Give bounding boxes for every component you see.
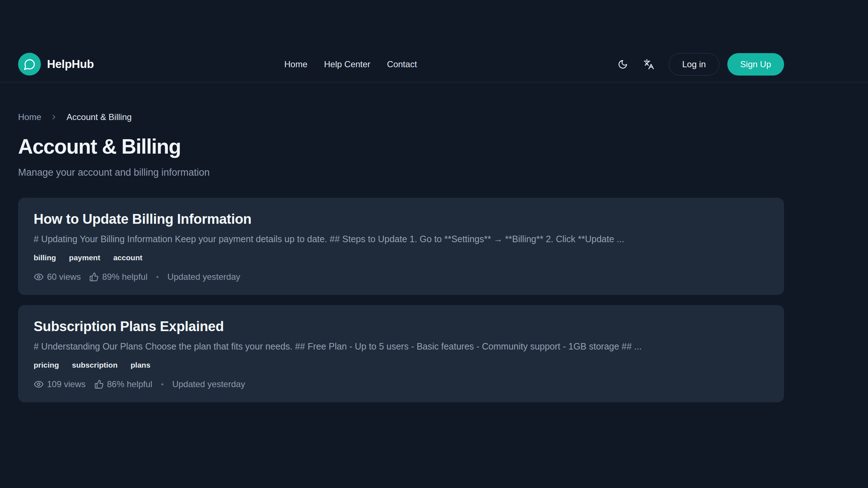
meta-separator: • — [156, 273, 159, 281]
article-meta: 109 views 86% helpful • Updated yesterda… — [34, 379, 769, 389]
tag-badge: pricing — [34, 361, 59, 369]
tag-badge: plans — [131, 361, 150, 369]
main-content: Home Account & Billing Account & Billing… — [18, 112, 784, 402]
tag-badge: subscription — [72, 361, 118, 369]
tag-badge: payment — [69, 253, 100, 262]
article-excerpt: # Updating Your Billing Information Keep… — [34, 234, 769, 244]
brand-name: HelpHub — [47, 57, 94, 71]
nav-link-contact[interactable]: Contact — [387, 59, 417, 69]
breadcrumb-home-link[interactable]: Home — [18, 112, 41, 122]
article-card[interactable]: How to Update Billing Information # Upda… — [18, 198, 784, 295]
thumbs-up-icon — [94, 380, 104, 389]
helpful-stat: 86% helpful — [94, 379, 152, 389]
page-subtitle: Manage your account and billing informat… — [18, 167, 784, 178]
article-meta: 60 views 89% helpful • Updated yesterday — [34, 272, 769, 282]
header-actions: Log in Sign Up — [615, 46, 784, 82]
site-header: HelpHub Home Help Center Contact — [0, 0, 868, 82]
meta-separator: • — [161, 380, 163, 389]
article-card[interactable]: Subscription Plans Explained # Understan… — [18, 305, 784, 402]
languages-icon — [643, 59, 654, 70]
breadcrumb-current: Account & Billing — [67, 112, 132, 122]
chevron-right-icon — [50, 113, 58, 121]
article-excerpt: # Understanding Our Plans Choose the pla… — [34, 341, 769, 352]
page-title: Account & Billing — [18, 134, 784, 158]
tag-badge: account — [113, 253, 142, 262]
views-stat: 60 views — [34, 272, 81, 282]
login-button[interactable]: Log in — [669, 53, 719, 76]
chat-bubble-icon — [18, 53, 41, 76]
language-button[interactable] — [641, 57, 656, 72]
article-tags: pricing subscription plans — [34, 361, 769, 369]
views-count: 60 views — [47, 272, 81, 282]
thumbs-up-icon — [89, 272, 99, 282]
updated-text: Updated yesterday — [167, 272, 240, 282]
views-stat: 109 views — [34, 379, 86, 389]
eye-icon — [34, 379, 44, 389]
theme-toggle-button[interactable] — [615, 57, 630, 72]
helpful-stat: 89% helpful — [89, 272, 147, 282]
updated-text: Updated yesterday — [172, 379, 245, 389]
breadcrumb: Home Account & Billing — [18, 112, 784, 122]
helpful-percent: 86% helpful — [107, 379, 152, 389]
signup-button[interactable]: Sign Up — [727, 53, 784, 76]
nav-link-help-center[interactable]: Help Center — [324, 59, 370, 69]
nav-link-home[interactable]: Home — [284, 59, 307, 69]
views-count: 109 views — [47, 379, 86, 389]
helpful-percent: 89% helpful — [102, 272, 147, 282]
article-title[interactable]: How to Update Billing Information — [34, 211, 769, 227]
eye-icon — [34, 272, 44, 282]
moon-icon — [618, 59, 628, 69]
tag-badge: billing — [34, 253, 56, 262]
header-inner: HelpHub Home Help Center Contact — [18, 0, 784, 82]
main-nav: Home Help Center Contact — [284, 46, 417, 82]
article-tags: billing payment account — [34, 253, 769, 262]
article-list: How to Update Billing Information # Upda… — [18, 198, 784, 402]
article-title[interactable]: Subscription Plans Explained — [34, 319, 769, 334]
